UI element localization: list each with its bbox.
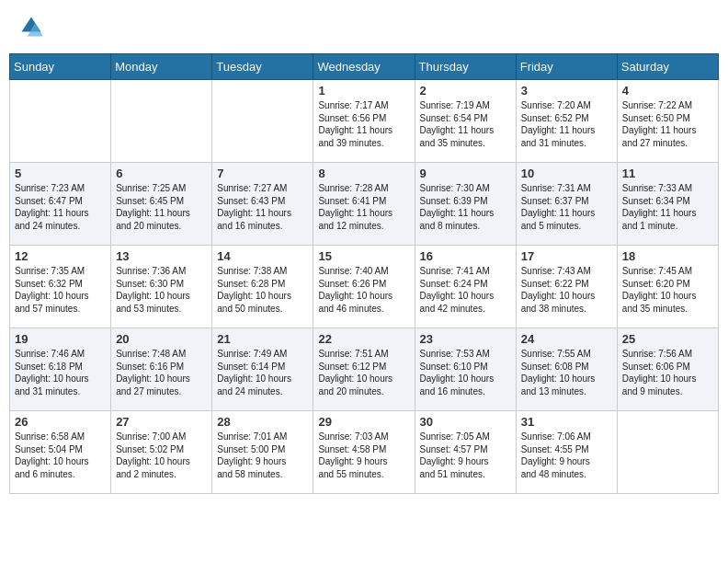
calendar-cell: 28Sunrise: 7:01 AM Sunset: 5:00 PM Dayli… xyxy=(212,411,313,494)
calendar-week-row: 12Sunrise: 7:35 AM Sunset: 6:32 PM Dayli… xyxy=(10,246,719,328)
calendar-cell: 30Sunrise: 7:05 AM Sunset: 4:57 PM Dayli… xyxy=(415,411,516,494)
day-info: Sunrise: 7:55 AM Sunset: 6:08 PM Dayligh… xyxy=(521,348,612,397)
day-number: 13 xyxy=(116,249,207,263)
day-info: Sunrise: 7:06 AM Sunset: 4:55 PM Dayligh… xyxy=(521,431,612,480)
day-number: 9 xyxy=(420,167,511,180)
calendar-table: SundayMondayTuesdayWednesdayThursdayFrid… xyxy=(9,53,719,494)
day-number: 25 xyxy=(622,332,713,346)
day-info: Sunrise: 7:43 AM Sunset: 6:22 PM Dayligh… xyxy=(521,265,612,315)
calendar-cell: 8Sunrise: 7:28 AM Sunset: 6:41 PM Daylig… xyxy=(313,163,415,246)
day-info: Sunrise: 7:00 AM Sunset: 5:02 PM Dayligh… xyxy=(116,431,207,480)
calendar-cell xyxy=(10,80,111,163)
calendar-cell: 17Sunrise: 7:43 AM Sunset: 6:22 PM Dayli… xyxy=(516,246,617,328)
calendar-cell: 5Sunrise: 7:23 AM Sunset: 6:47 PM Daylig… xyxy=(10,163,111,246)
calendar-week-row: 26Sunrise: 6:58 AM Sunset: 5:04 PM Dayli… xyxy=(10,411,719,494)
day-number: 7 xyxy=(217,167,308,180)
day-number: 28 xyxy=(217,415,308,429)
calendar-cell: 18Sunrise: 7:45 AM Sunset: 6:20 PM Dayli… xyxy=(617,246,718,328)
day-number: 26 xyxy=(15,415,106,429)
calendar-cell: 25Sunrise: 7:56 AM Sunset: 6:06 PM Dayli… xyxy=(617,328,718,411)
day-header-friday: Friday xyxy=(516,54,617,80)
page-header xyxy=(9,9,719,44)
calendar-week-row: 5Sunrise: 7:23 AM Sunset: 6:47 PM Daylig… xyxy=(10,163,719,246)
calendar-cell: 7Sunrise: 7:27 AM Sunset: 6:43 PM Daylig… xyxy=(212,163,313,246)
day-info: Sunrise: 7:05 AM Sunset: 4:57 PM Dayligh… xyxy=(420,431,511,480)
day-number: 12 xyxy=(15,249,106,263)
calendar-cell xyxy=(617,411,718,494)
calendar-cell: 12Sunrise: 7:35 AM Sunset: 6:32 PM Dayli… xyxy=(10,246,111,328)
day-number: 14 xyxy=(217,249,308,263)
day-info: Sunrise: 7:19 AM Sunset: 6:54 PM Dayligh… xyxy=(420,99,511,149)
day-number: 6 xyxy=(116,167,207,180)
day-number: 30 xyxy=(420,415,511,429)
calendar-cell: 1Sunrise: 7:17 AM Sunset: 6:56 PM Daylig… xyxy=(313,80,415,163)
calendar-cell: 10Sunrise: 7:31 AM Sunset: 6:37 PM Dayli… xyxy=(516,163,617,246)
logo-icon xyxy=(18,14,44,40)
calendar-cell: 29Sunrise: 7:03 AM Sunset: 4:58 PM Dayli… xyxy=(313,411,415,494)
calendar-cell: 20Sunrise: 7:48 AM Sunset: 6:16 PM Dayli… xyxy=(111,328,212,411)
day-info: Sunrise: 6:58 AM Sunset: 5:04 PM Dayligh… xyxy=(15,431,106,480)
calendar-cell xyxy=(111,80,212,163)
calendar-cell: 19Sunrise: 7:46 AM Sunset: 6:18 PM Dayli… xyxy=(10,328,111,411)
calendar-week-row: 19Sunrise: 7:46 AM Sunset: 6:18 PM Dayli… xyxy=(10,328,719,411)
day-header-saturday: Saturday xyxy=(617,54,718,80)
calendar-cell: 9Sunrise: 7:30 AM Sunset: 6:39 PM Daylig… xyxy=(415,163,516,246)
day-info: Sunrise: 7:53 AM Sunset: 6:10 PM Dayligh… xyxy=(420,348,511,397)
day-number: 5 xyxy=(15,167,106,180)
day-header-row: SundayMondayTuesdayWednesdayThursdayFrid… xyxy=(10,54,719,80)
day-number: 3 xyxy=(521,84,612,98)
day-number: 16 xyxy=(420,249,511,263)
day-info: Sunrise: 7:31 AM Sunset: 6:37 PM Dayligh… xyxy=(521,182,612,232)
day-info: Sunrise: 7:48 AM Sunset: 6:16 PM Dayligh… xyxy=(116,348,207,397)
day-info: Sunrise: 7:23 AM Sunset: 6:47 PM Dayligh… xyxy=(15,182,106,232)
day-header-sunday: Sunday xyxy=(10,54,111,80)
day-number: 21 xyxy=(217,332,308,346)
day-info: Sunrise: 7:30 AM Sunset: 6:39 PM Dayligh… xyxy=(420,182,511,232)
calendar-cell: 3Sunrise: 7:20 AM Sunset: 6:52 PM Daylig… xyxy=(516,80,617,163)
day-info: Sunrise: 7:25 AM Sunset: 6:45 PM Dayligh… xyxy=(116,182,207,232)
calendar-cell: 13Sunrise: 7:36 AM Sunset: 6:30 PM Dayli… xyxy=(111,246,212,328)
day-info: Sunrise: 7:41 AM Sunset: 6:24 PM Dayligh… xyxy=(420,265,511,315)
calendar-cell: 4Sunrise: 7:22 AM Sunset: 6:50 PM Daylig… xyxy=(617,80,718,163)
day-info: Sunrise: 7:22 AM Sunset: 6:50 PM Dayligh… xyxy=(622,99,713,149)
day-number: 27 xyxy=(116,415,207,429)
calendar-cell: 2Sunrise: 7:19 AM Sunset: 6:54 PM Daylig… xyxy=(415,80,516,163)
day-info: Sunrise: 7:28 AM Sunset: 6:41 PM Dayligh… xyxy=(318,182,409,232)
day-info: Sunrise: 7:51 AM Sunset: 6:12 PM Dayligh… xyxy=(318,348,409,397)
day-header-wednesday: Wednesday xyxy=(313,54,415,80)
calendar-cell: 14Sunrise: 7:38 AM Sunset: 6:28 PM Dayli… xyxy=(212,246,313,328)
day-number: 18 xyxy=(622,249,713,263)
day-number: 31 xyxy=(521,415,612,429)
day-number: 22 xyxy=(318,332,409,346)
day-info: Sunrise: 7:35 AM Sunset: 6:32 PM Dayligh… xyxy=(15,265,106,315)
calendar-cell: 24Sunrise: 7:55 AM Sunset: 6:08 PM Dayli… xyxy=(516,328,617,411)
day-number: 17 xyxy=(521,249,612,263)
day-info: Sunrise: 7:20 AM Sunset: 6:52 PM Dayligh… xyxy=(521,99,612,149)
day-info: Sunrise: 7:46 AM Sunset: 6:18 PM Dayligh… xyxy=(15,348,106,397)
day-info: Sunrise: 7:45 AM Sunset: 6:20 PM Dayligh… xyxy=(622,265,713,315)
day-number: 29 xyxy=(318,415,409,429)
calendar-cell: 27Sunrise: 7:00 AM Sunset: 5:02 PM Dayli… xyxy=(111,411,212,494)
day-info: Sunrise: 7:40 AM Sunset: 6:26 PM Dayligh… xyxy=(318,265,409,315)
day-info: Sunrise: 7:38 AM Sunset: 6:28 PM Dayligh… xyxy=(217,265,308,315)
day-number: 1 xyxy=(318,84,409,98)
day-info: Sunrise: 7:03 AM Sunset: 4:58 PM Dayligh… xyxy=(318,431,409,480)
day-info: Sunrise: 7:17 AM Sunset: 6:56 PM Dayligh… xyxy=(318,99,409,149)
day-header-thursday: Thursday xyxy=(415,54,516,80)
day-info: Sunrise: 7:33 AM Sunset: 6:34 PM Dayligh… xyxy=(622,182,713,232)
day-info: Sunrise: 7:27 AM Sunset: 6:43 PM Dayligh… xyxy=(217,182,308,232)
day-header-monday: Monday xyxy=(111,54,212,80)
day-number: 2 xyxy=(420,84,511,98)
day-number: 20 xyxy=(116,332,207,346)
calendar-cell: 15Sunrise: 7:40 AM Sunset: 6:26 PM Dayli… xyxy=(313,246,415,328)
calendar-cell: 22Sunrise: 7:51 AM Sunset: 6:12 PM Dayli… xyxy=(313,328,415,411)
calendar-week-row: 1Sunrise: 7:17 AM Sunset: 6:56 PM Daylig… xyxy=(10,80,719,163)
day-number: 23 xyxy=(420,332,511,346)
calendar-cell: 16Sunrise: 7:41 AM Sunset: 6:24 PM Dayli… xyxy=(415,246,516,328)
calendar-cell: 26Sunrise: 6:58 AM Sunset: 5:04 PM Dayli… xyxy=(10,411,111,494)
day-info: Sunrise: 7:01 AM Sunset: 5:00 PM Dayligh… xyxy=(217,431,308,480)
day-info: Sunrise: 7:56 AM Sunset: 6:06 PM Dayligh… xyxy=(622,348,713,397)
day-number: 24 xyxy=(521,332,612,346)
calendar-cell xyxy=(212,80,313,163)
calendar-cell: 31Sunrise: 7:06 AM Sunset: 4:55 PM Dayli… xyxy=(516,411,617,494)
